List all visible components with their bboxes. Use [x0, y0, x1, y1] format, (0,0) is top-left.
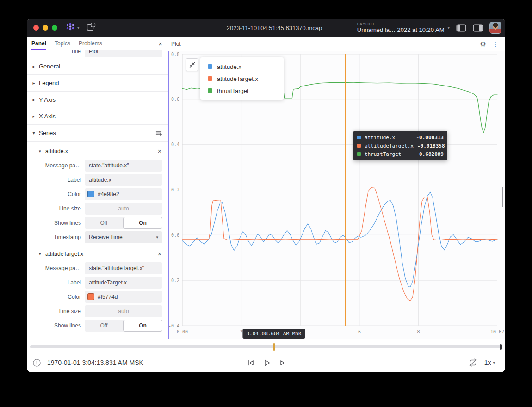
chevron-down-icon: ▾	[77, 26, 80, 30]
title-input[interactable]	[85, 50, 162, 57]
playback-scrubber[interactable]	[30, 345, 502, 348]
scrubber-end-marker	[500, 344, 502, 350]
series-color-picker[interactable]: #f5774d	[85, 291, 162, 303]
show-lines-off-option[interactable]: Off	[85, 217, 123, 229]
right-panel-icon	[473, 24, 483, 32]
add-series-icon	[155, 130, 162, 137]
field-row: Show lines Off On	[27, 318, 168, 333]
left-sidebar-toggle-button[interactable]	[456, 24, 466, 32]
series-editor-header-attitude-x[interactable]: ▾ attitude.x ×	[27, 144, 168, 158]
collapse-legend-button[interactable]	[186, 58, 198, 71]
plot-legend: attitude.x attitudeTarget.x thrustTarget	[200, 57, 284, 100]
skip-next-icon	[279, 359, 287, 367]
series-swatch	[357, 144, 361, 148]
loop-playback-button[interactable]	[468, 358, 478, 367]
svg-text:0.00: 0.00	[177, 329, 188, 334]
current-timestamp: 1970-01-01 3:04:13.831 AM MSK	[47, 359, 143, 366]
user-avatar[interactable]	[489, 22, 501, 34]
remove-series-button[interactable]: ×	[158, 148, 161, 154]
legend-item-thrust-target[interactable]: thrustTarget	[200, 85, 284, 97]
svg-text:8: 8	[417, 329, 420, 334]
remove-series-button[interactable]: ×	[158, 251, 161, 257]
panel-settings-gear-icon[interactable]: ⚙	[480, 41, 486, 48]
field-row: Show lines Off On	[27, 216, 168, 230]
series-swatch	[208, 76, 212, 81]
playback-speed-selector[interactable]: 1x ▾	[484, 359, 495, 366]
message-path-input[interactable]	[85, 160, 162, 172]
right-sidebar-toggle-button[interactable]	[473, 24, 483, 32]
series-swatch	[208, 64, 212, 69]
playback-right-controls: 1x ▾	[468, 353, 495, 372]
show-lines-on-option[interactable]: On	[123, 320, 162, 332]
sidebar-section-series[interactable]: ▾ Series	[27, 125, 168, 142]
svg-text:0.8: 0.8	[171, 52, 179, 57]
seek-forward-button[interactable]	[279, 359, 287, 367]
svg-text:6: 6	[358, 329, 361, 334]
layout-name: Unnamed la… 2022 at 10:20 AM	[357, 26, 445, 34]
skip-previous-icon	[247, 359, 255, 367]
playback-left-controls: 1970-01-01 3:04:13.831 AM MSK	[32, 353, 143, 372]
chevron-down-icon: ▾	[156, 235, 158, 240]
maximize-window-button[interactable]	[52, 25, 57, 31]
color-swatch	[87, 191, 94, 197]
titlebar: ▾ 2023-11-10T04:51:45.631370.mcap LAYOUT…	[27, 18, 505, 37]
scrubber-playhead-handle[interactable]	[273, 343, 275, 351]
tooltip-row: thrustTarget 0.682089	[357, 150, 444, 158]
playback-transport-controls	[247, 353, 287, 372]
legend-item-attitude-target-x[interactable]: attitudeTarget.x	[200, 73, 284, 85]
message-path-input[interactable]	[85, 262, 162, 274]
series-color-picker[interactable]: #4e98e2	[85, 188, 162, 200]
app-window: ▾ 2023-11-10T04:51:45.631370.mcap LAYOUT…	[27, 18, 505, 372]
show-lines-on-option[interactable]: On	[123, 217, 162, 229]
line-size-input[interactable]	[85, 203, 162, 215]
app-menu-button[interactable]: ▾	[65, 22, 80, 33]
field-row: Color #f5774d	[27, 290, 168, 304]
sidebar-section-x-axis[interactable]: ▸ X Axis	[27, 108, 168, 125]
sidebar-section-legend[interactable]: ▸ Legend	[27, 75, 168, 92]
plot-chart-area[interactable]: 0.80.60.40.20.0-0.2-0.40.00246810.67 att…	[168, 51, 505, 339]
tooltip-row: attitudeTarget.x -0.018358	[357, 142, 444, 150]
minimize-window-button[interactable]	[43, 25, 48, 31]
series-editor-header-attitude-target-x[interactable]: ▾ attitudeTarget.x ×	[27, 247, 168, 261]
series-swatch	[208, 88, 212, 93]
seek-backward-button[interactable]	[247, 359, 255, 367]
plot-panel-header: Plot ⚙ ⋮	[168, 37, 505, 51]
playback-info-button[interactable]	[32, 358, 41, 367]
legend-item-attitude-x[interactable]: attitude.x	[200, 61, 284, 73]
app-body: Panel Topics Problems × Title ▸ General …	[27, 37, 505, 339]
sidebar-section-y-axis[interactable]: ▸ Y Axis	[27, 92, 168, 108]
play-icon	[263, 358, 272, 367]
close-window-button[interactable]	[33, 25, 39, 31]
hover-values-tooltip: attitude.x -0.008313 attitudeTarget.x -0…	[353, 131, 447, 160]
panel-menu-kebab-icon[interactable]: ⋮	[492, 41, 499, 47]
show-lines-toggle: Off On	[85, 320, 162, 332]
add-series-button[interactable]	[155, 130, 162, 137]
show-lines-off-option[interactable]: Off	[85, 320, 123, 332]
chevron-down-icon: ▾	[31, 130, 37, 136]
field-row: Color #4e98e2	[27, 187, 168, 201]
svg-text:0.2: 0.2	[171, 187, 179, 192]
field-row: Timestamp Receive Time ▾	[27, 230, 168, 244]
chevron-right-icon: ▸	[31, 97, 37, 102]
timestamp-select[interactable]: Receive Time ▾	[85, 231, 162, 243]
color-swatch	[87, 293, 94, 300]
tab-problems[interactable]: Problems	[79, 37, 102, 50]
chevron-right-icon: ▸	[31, 64, 37, 69]
series-swatch	[357, 136, 361, 139]
add-panel-button[interactable]	[86, 22, 96, 34]
tab-panel[interactable]: Panel	[31, 37, 46, 50]
chevron-down-icon: ▾	[39, 149, 44, 154]
tab-topics[interactable]: Topics	[55, 37, 70, 50]
field-row: Message pa…	[27, 261, 168, 275]
sidebar-section-general[interactable]: ▸ General	[27, 58, 168, 75]
vertical-scrollbar-thumb[interactable]	[502, 187, 503, 207]
series-label-input[interactable]	[85, 277, 162, 289]
titlebar-right: LAYOUT Unnamed la… 2022 at 10:20 AM ▾	[357, 18, 501, 37]
line-size-input[interactable]	[85, 305, 162, 317]
layout-menu-button[interactable]: LAYOUT Unnamed la… 2022 at 10:20 AM ▾	[357, 22, 450, 34]
settings-sidebar: Panel Topics Problems × Title ▸ General …	[27, 37, 168, 339]
play-button[interactable]	[263, 358, 272, 367]
close-sidebar-button[interactable]: ×	[158, 40, 162, 47]
series-label-input[interactable]	[85, 174, 162, 186]
field-row: Message pa…	[27, 158, 168, 173]
